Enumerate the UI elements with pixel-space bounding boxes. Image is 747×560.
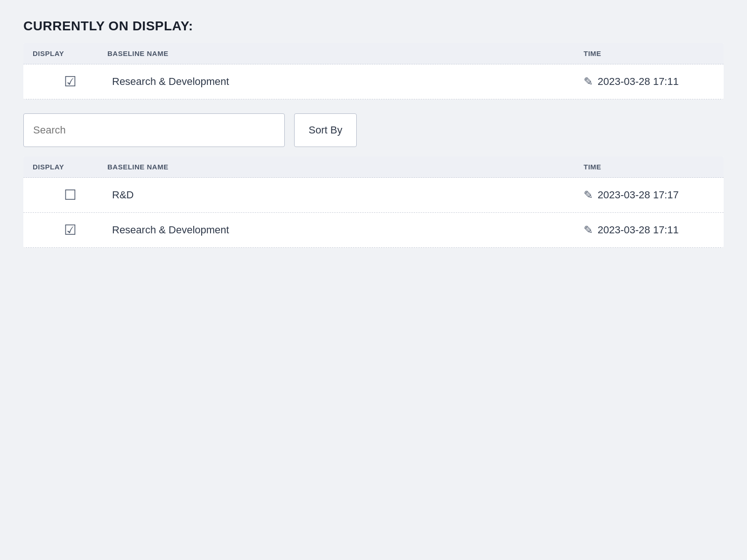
all-display-col-header: DISPLAY	[33, 163, 107, 171]
edit-icon[interactable]: ✎	[584, 75, 593, 88]
table-row: ☑ Research & Development ✎ 2023-03-28 17…	[23, 213, 724, 248]
time-cell-2: ✎ 2023-03-28 17:11	[584, 224, 714, 237]
edit-icon-1[interactable]: ✎	[584, 189, 593, 202]
display-checkbox-cell-2[interactable]: ☑	[33, 223, 107, 237]
time-value-2: 2023-03-28 17:11	[598, 224, 679, 236]
time-col-header: TIME	[584, 49, 714, 57]
currently-on-display-title: CURRENTLY ON DISPLAY:	[23, 19, 724, 34]
unchecked-checkbox-icon[interactable]: ☐	[64, 188, 77, 202]
baseline-name-cell-2: Research & Development	[107, 224, 584, 236]
baseline-name-cell: Research & Development	[107, 76, 584, 88]
currently-on-display-table-header: DISPLAY BASELINE NAME TIME	[23, 43, 724, 64]
time-value: 2023-03-28 17:11	[598, 76, 679, 88]
time-value-1: 2023-03-28 17:17	[598, 189, 679, 201]
search-input[interactable]	[23, 113, 285, 147]
time-cell-1: ✎ 2023-03-28 17:17	[584, 189, 714, 202]
display-checkbox-cell-1[interactable]: ☐	[33, 188, 107, 202]
all-baselines-table: DISPLAY BASELINE NAME TIME ☐ R&D ✎ 2023-…	[23, 156, 724, 248]
all-time-col-header: TIME	[584, 163, 714, 171]
sort-by-label: Sort By	[309, 124, 342, 136]
display-checkbox-cell[interactable]: ☑	[33, 75, 107, 89]
currently-on-display-table: DISPLAY BASELINE NAME TIME ☑ Research & …	[23, 43, 724, 99]
checked-checkbox-icon-2[interactable]: ☑	[64, 223, 77, 237]
all-baseline-name-col-header: BASELINE NAME	[107, 163, 584, 171]
edit-icon-2[interactable]: ✎	[584, 224, 593, 237]
search-section: Sort By	[23, 113, 724, 147]
table-row: ☑ Research & Development ✎ 2023-03-28 17…	[23, 64, 724, 99]
checked-checkbox-icon[interactable]: ☑	[64, 75, 77, 89]
display-col-header: DISPLAY	[33, 49, 107, 57]
table-row: ☐ R&D ✎ 2023-03-28 17:17	[23, 178, 724, 213]
baseline-name-col-header: BASELINE NAME	[107, 49, 584, 57]
baseline-name-cell-1: R&D	[107, 189, 584, 201]
all-baselines-table-header: DISPLAY BASELINE NAME TIME	[23, 156, 724, 178]
sort-by-button[interactable]: Sort By	[294, 113, 357, 147]
time-cell: ✎ 2023-03-28 17:11	[584, 75, 714, 88]
